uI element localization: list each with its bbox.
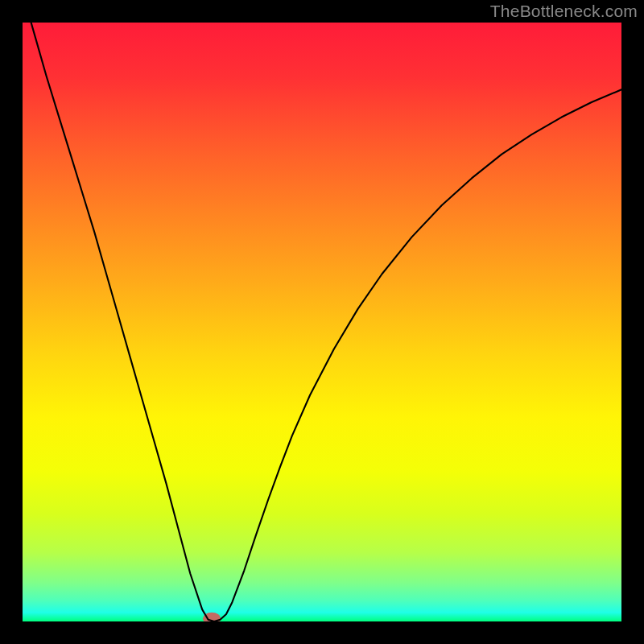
gradient-background [23,23,621,621]
watermark-label: TheBottleneck.com [490,2,638,21]
chart-frame: TheBottleneck.com [0,0,644,644]
chart-canvas [23,23,621,621]
plot-area [23,23,621,621]
